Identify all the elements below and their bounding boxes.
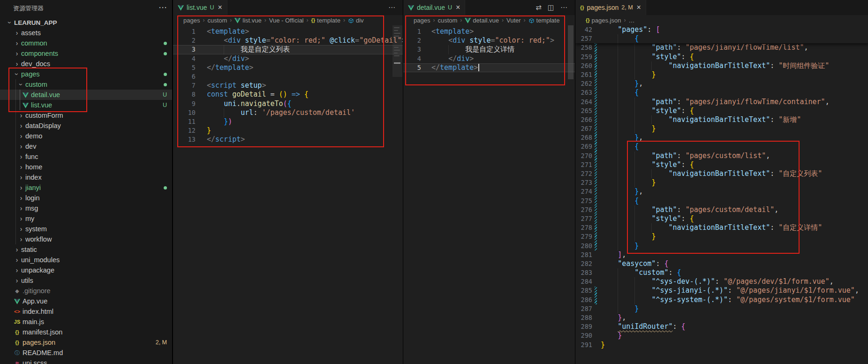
tree-item-pages[interactable]: ›pages	[0, 69, 172, 79]
code-line[interactable]: 8const goDetail = () => {	[173, 90, 403, 99]
minimap[interactable]	[392, 25, 402, 364]
code-line[interactable]: 5</template>	[173, 63, 403, 72]
breadcrumb-item[interactable]: {}template	[311, 17, 340, 24]
code-line[interactable]: 258 "path": "pages/jianyi/flowTime/list"…	[575, 43, 868, 52]
code-line[interactable]: 9 uni.navigateTo({	[173, 99, 403, 108]
tree-item-common[interactable]: ›common	[0, 38, 172, 48]
scrollbar[interactable]	[568, 25, 574, 364]
breadcrumb-item[interactable]: pages	[414, 17, 430, 24]
tree-item-custom[interactable]: ›custom	[0, 79, 172, 90]
close-icon[interactable]: ×	[637, 3, 641, 12]
tree-item-workflow[interactable]: ›workflow	[0, 234, 172, 244]
split-editor-icon[interactable]: ◫	[548, 3, 554, 12]
code-line[interactable]: 3 我是自定义详情	[403, 45, 575, 54]
code-line[interactable]: 262 },	[575, 79, 868, 88]
code-line[interactable]: 42 "pages": [	[575, 25, 868, 34]
code-line[interactable]: 265 "style": {	[575, 106, 868, 115]
tree-item-dev-docs[interactable]: ›dev_docs	[0, 59, 172, 69]
code-line[interactable]: 285 "^sys-jianyi-(.*)": "@/pages/jianyi/…	[575, 286, 868, 295]
tree-item-msg[interactable]: ›msg	[0, 203, 172, 213]
tree-item-func[interactable]: ›func	[0, 152, 172, 162]
tree-item-my[interactable]: ›my	[0, 213, 172, 224]
breadcrumb-item[interactable]: detail.vue	[465, 17, 499, 24]
tree-item-index[interactable]: ›index	[0, 172, 172, 182]
tree-item-utils[interactable]: ›utils	[0, 275, 172, 286]
breadcrumb-item[interactable]: div	[348, 16, 364, 23]
tree-item-main.js[interactable]: JSmain.js	[0, 317, 172, 327]
tree-item-manifest.json[interactable]: {}manifest.json	[0, 327, 172, 337]
open-changes-icon[interactable]: ⇄	[536, 3, 542, 12]
code-line[interactable]: 4 </div>	[173, 54, 403, 63]
code-line[interactable]: 2 <div style="color: red;">	[403, 36, 575, 45]
code-line[interactable]: 11 })	[173, 117, 403, 126]
breadcrumb-item[interactable]: {}pages.json	[586, 17, 621, 24]
code-line[interactable]: 7<script setup>	[173, 81, 403, 90]
breadcrumb-item[interactable]: pages	[183, 17, 200, 24]
code-line[interactable]: 3 我是自定义列表	[173, 45, 403, 54]
tree-item-dev[interactable]: ›dev	[0, 141, 172, 152]
tree-item-datadisplay[interactable]: ›dataDisplay	[0, 121, 172, 131]
tree-item-unpackage[interactable]: ›unpackage	[0, 265, 172, 275]
tree-item-.gitignore[interactable]: ◆.gitignore	[0, 286, 172, 296]
tree-item-assets[interactable]: ›assets	[0, 28, 172, 38]
code-line[interactable]: 287 }	[575, 304, 868, 313]
tree-item-pages.json[interactable]: {}pages.json2, M	[0, 337, 172, 348]
scrollbar-handle[interactable]	[568, 25, 574, 79]
code-line[interactable]: 290 }	[575, 331, 868, 340]
tree-item-home[interactable]: ›home	[0, 162, 172, 172]
breadcrumb-item[interactable]: …	[628, 17, 634, 24]
code-line[interactable]: 279 }	[575, 232, 868, 241]
tree-item-system[interactable]: ›system	[0, 224, 172, 234]
code-line[interactable]: 6	[173, 72, 403, 81]
code-line[interactable]: 276 "path": "pages/custom/detail",	[575, 205, 868, 214]
code-line[interactable]: 1<template>	[173, 27, 403, 36]
code-line[interactable]: 264 "path": "pages/jianyi/flowTime/conta…	[575, 98, 868, 106]
tree-item-readme.md[interactable]: ⓘREADME.md	[0, 348, 172, 358]
code-editor[interactable]: 258 "path": "pages/jianyi/flowTime/list"…	[575, 25, 868, 364]
code-line[interactable]: 278 "navigationBarTitleText": "自定义详情"	[575, 223, 868, 232]
code-line[interactable]: 273 }	[575, 178, 868, 187]
code-line[interactable]: 13</script>	[173, 135, 403, 144]
code-line[interactable]: 272 "navigationBarTitleText": "自定义列表"	[575, 169, 868, 178]
code-line[interactable]: 271 "style": {	[575, 160, 868, 169]
breadcrumb-item[interactable]: custom	[438, 17, 457, 24]
tree-item-jianyi[interactable]: ›jianyi	[0, 182, 172, 193]
tree-item-uni.scss[interactable]: ≋uni.scss	[0, 358, 172, 364]
code-line[interactable]: 2 <div style="color: red;" @click="goDet…	[173, 36, 403, 45]
code-line[interactable]: 274 },	[575, 187, 868, 196]
tree-item-uni-modules[interactable]: ›uni_modules	[0, 255, 172, 265]
code-line[interactable]: 277 "style": {	[575, 214, 868, 223]
code-line[interactable]: 12}	[173, 126, 403, 135]
breadcrumb-item[interactable]: Vue - Official	[269, 17, 304, 24]
code-line[interactable]: 288 },	[575, 313, 868, 322]
tree-item-detail.vue[interactable]: detail.vueU	[0, 90, 172, 100]
code-line[interactable]: 10 url: '/pages/custom/detail'	[173, 108, 403, 117]
tree-item-list.vue[interactable]: list.vueU	[0, 100, 172, 110]
tree-item-app.vue[interactable]: App.vue	[0, 296, 172, 306]
code-line[interactable]: 263 {	[575, 88, 868, 97]
code-line[interactable]: 5</template>	[403, 63, 575, 72]
code-editor[interactable]: 1<template>2 <div style="color: red;">3 …	[403, 25, 575, 364]
tree-item-customform[interactable]: ›customForm	[0, 110, 172, 121]
breadcrumb-item[interactable]: Vuter	[506, 17, 521, 24]
code-editor[interactable]: 1<template>2 <div style="color: red;" @c…	[173, 25, 403, 364]
tab-list-vue[interactable]: list.vueU×	[173, 0, 227, 15]
tree-item-static[interactable]: ›static	[0, 244, 172, 255]
tree-item-demo[interactable]: ›demo	[0, 131, 172, 141]
code-line[interactable]: 286 "^sys-system-(.*)": "@/pages/system/…	[575, 296, 868, 304]
breadcrumb-item[interactable]: list.vue	[234, 17, 261, 24]
code-line[interactable]: 260 "navigationBarTitleText": "时间组件验证"	[575, 61, 868, 70]
code-line[interactable]: 261 }	[575, 70, 868, 79]
code-line[interactable]: 268 },	[575, 133, 868, 142]
tree-item-learun-app[interactable]: ›LEARUN_APP	[0, 17, 172, 28]
more-actions-icon[interactable]: ⋯	[560, 3, 567, 12]
code-line[interactable]: 269 {	[575, 142, 868, 151]
code-line[interactable]: 275 {	[575, 197, 868, 205]
tree-item-components[interactable]: ›components	[0, 48, 172, 59]
tab-detail-vue[interactable]: detail.vueU×	[403, 0, 465, 15]
code-line[interactable]: 283 "custom": {	[575, 268, 868, 277]
more-actions-icon[interactable]: ⋯	[159, 2, 167, 13]
code-line[interactable]: 291}	[575, 341, 868, 349]
code-line[interactable]: 257 {	[575, 34, 868, 43]
code-line[interactable]: 4 </div>	[403, 54, 575, 63]
